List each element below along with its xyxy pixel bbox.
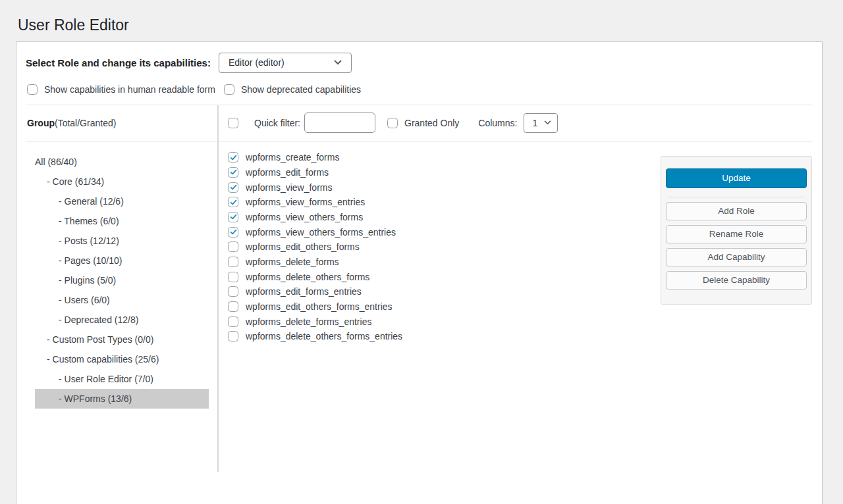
groups-header: Group (Total/Granted) xyxy=(26,105,217,141)
rename-role-button[interactable]: Rename Role xyxy=(666,225,807,243)
select-all-checkbox[interactable] xyxy=(228,118,238,128)
group-item[interactable]: - General (12/6) xyxy=(35,191,209,211)
capability-checkbox[interactable] xyxy=(228,272,238,282)
capability-label: wpforms_view_others_forms_entries xyxy=(246,227,396,238)
human-readable-checkbox[interactable] xyxy=(27,84,38,95)
group-item[interactable]: All (86/40) xyxy=(35,152,209,172)
columns-select-value: 1 xyxy=(532,118,537,128)
quick-filter-label: Quick filter: xyxy=(254,118,300,128)
group-item[interactable]: - WPForms (13/6) xyxy=(35,389,209,409)
capability-row: wpforms_edit_forms_entries xyxy=(228,284,402,299)
capability-row: wpforms_edit_others_forms xyxy=(228,239,402,255)
capability-checkbox[interactable] xyxy=(228,316,238,327)
capability-label: wpforms_edit_others_forms_entries xyxy=(246,301,393,312)
granted-only-label: Granted Only xyxy=(404,118,459,128)
capability-checkbox[interactable] xyxy=(228,167,238,178)
group-tree: All (86/40)- Core (61/34)- General (12/6… xyxy=(16,141,217,409)
group-item[interactable]: - Deprecated (12/8) xyxy=(35,310,209,330)
role-select-value: Editor (editor) xyxy=(229,57,285,68)
capability-checkbox[interactable] xyxy=(228,212,238,222)
capability-row: wpforms_edit_others_forms_entries xyxy=(228,299,402,315)
capability-label: wpforms_delete_forms xyxy=(246,257,339,267)
group-item[interactable]: - Posts (12/12) xyxy=(35,231,209,251)
show-deprecated-label: Show deprecated capabilities xyxy=(241,84,361,95)
human-readable-label: Show capabilities in human readable form xyxy=(44,84,215,95)
capability-checkbox[interactable] xyxy=(228,197,238,207)
group-item[interactable]: - Themes (6/0) xyxy=(35,211,209,231)
capability-row: wpforms_delete_others_forms xyxy=(228,269,402,284)
capability-checkbox[interactable] xyxy=(228,301,238,312)
capability-label: wpforms_edit_forms_entries xyxy=(246,286,362,297)
quick-filter-input[interactable] xyxy=(304,113,375,133)
capability-checkbox[interactable] xyxy=(228,286,238,297)
page-title: User Role Editor xyxy=(18,16,843,36)
capability-row: wpforms_view_forms_entries xyxy=(228,195,402,210)
actions-panel: Update Add Role Rename Role Add Capabili… xyxy=(661,156,812,305)
group-item[interactable]: - Plugins (5/0) xyxy=(35,270,209,290)
capability-label: wpforms_view_others_forms xyxy=(246,212,363,222)
capability-label: wpforms_view_forms_entries xyxy=(246,197,365,207)
capability-checkbox[interactable] xyxy=(228,182,238,193)
capability-row: wpforms_view_others_forms_entries xyxy=(228,224,402,239)
capability-label: wpforms_delete_others_forms_entries xyxy=(246,331,402,341)
display-toggles: Show capabilities in human readable form… xyxy=(16,73,822,105)
capability-row: wpforms_create_forms xyxy=(228,150,402,165)
group-item[interactable]: - Users (6/0) xyxy=(35,290,209,310)
columns-label: Columns: xyxy=(478,118,517,128)
capability-label: wpforms_delete_others_forms xyxy=(246,272,369,282)
capability-label: wpforms_create_forms xyxy=(246,152,339,163)
capability-row: wpforms_delete_forms_entries xyxy=(228,314,402,329)
chevron-down-icon xyxy=(334,60,342,65)
granted-only-checkbox[interactable] xyxy=(387,118,398,128)
capability-row: wpforms_view_others_forms xyxy=(228,210,402,225)
capability-label: wpforms_delete_forms_entries xyxy=(246,316,371,327)
group-item[interactable]: - Custom capabilities (25/6) xyxy=(35,349,209,369)
actions-divider xyxy=(667,197,805,197)
delete-capability-button[interactable]: Delete Capability xyxy=(666,271,807,290)
groups-sidebar: Group (Total/Granted) All (86/40)- Core … xyxy=(16,105,219,472)
role-selector-label: Select Role and change its capabilities: xyxy=(26,57,211,68)
chevron-down-icon xyxy=(544,120,551,125)
capability-checkbox[interactable] xyxy=(228,227,238,238)
capability-checkbox[interactable] xyxy=(228,152,238,163)
capability-row: wpforms_delete_others_forms_entries xyxy=(228,329,402,344)
role-selector-row: Select Role and change its capabilities:… xyxy=(16,42,822,73)
filter-bar: Quick filter: Granted Only Columns: 1 xyxy=(219,105,812,141)
capability-label: wpforms_edit_others_forms xyxy=(246,241,360,252)
role-select[interactable]: Editor (editor) xyxy=(219,53,352,73)
group-item[interactable]: - Pages (10/10) xyxy=(35,251,209,270)
capability-checkbox[interactable] xyxy=(228,331,238,341)
capability-row: wpforms_delete_forms xyxy=(228,255,402,270)
capability-row: wpforms_view_forms xyxy=(228,180,402,195)
group-item[interactable]: - Custom Post Types (0/0) xyxy=(35,330,209,349)
main-panel: Select Role and change its capabilities:… xyxy=(16,41,823,504)
add-role-button[interactable]: Add Role xyxy=(666,202,807,220)
group-item[interactable]: - Core (61/34) xyxy=(35,172,209,191)
update-button[interactable]: Update xyxy=(666,168,807,188)
capability-label: wpforms_edit_forms xyxy=(246,167,329,178)
capability-label: wpforms_view_forms xyxy=(246,182,332,193)
add-capability-button[interactable]: Add Capability xyxy=(666,248,807,266)
show-deprecated-checkbox[interactable] xyxy=(224,84,234,95)
group-item[interactable]: - User Role Editor (7/0) xyxy=(35,369,209,389)
capabilities-list: wpforms_create_formswpforms_edit_formswp… xyxy=(219,141,402,344)
columns-select[interactable]: 1 xyxy=(524,113,558,133)
capability-row: wpforms_edit_forms xyxy=(228,165,402,180)
capability-checkbox[interactable] xyxy=(228,257,238,267)
capability-checkbox[interactable] xyxy=(228,241,238,252)
